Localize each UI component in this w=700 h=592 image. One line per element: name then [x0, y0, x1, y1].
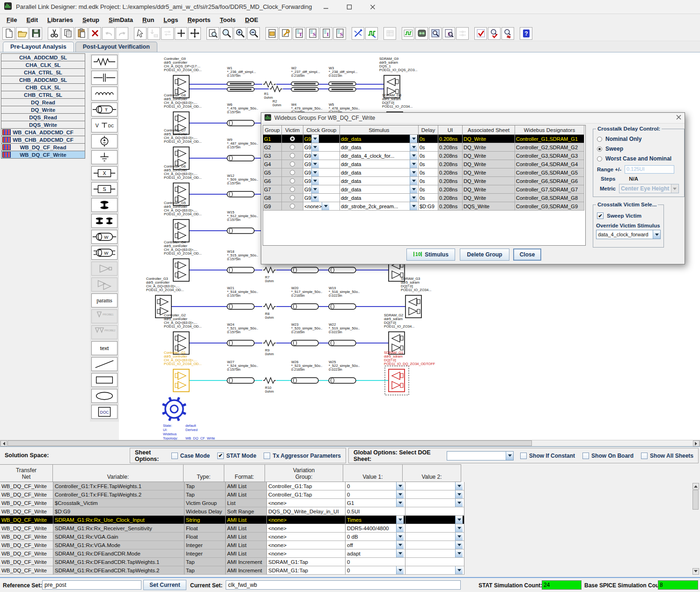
waveform-viewer-button[interactable] [402, 27, 414, 40]
palette-via[interactable] [91, 198, 118, 212]
dialog-close-button[interactable] [676, 115, 681, 121]
widebus-row-G1[interactable]: G1G9ddr_data0s0.208nsDQ_WriteController_… [263, 135, 585, 143]
net-item-wb_dq_cf_read[interactable]: WB_DQ_CF_Read [1, 143, 85, 151]
help-button[interactable]: ? [520, 27, 532, 40]
widebus-row-G6[interactable]: G6G9ddr_data0s0.208nsDQ_WriteController_… [263, 177, 585, 185]
chevron-down-icon[interactable] [311, 152, 319, 160]
check-show-if-constant[interactable]: Show If Constant [520, 453, 575, 459]
net-item-dq_read[interactable]: DQ_Read [1, 98, 85, 106]
chevron-down-icon[interactable] [311, 185, 319, 193]
check-tx-aggressor-parameters[interactable]: Tx Aggressor Parameters [264, 453, 341, 459]
menu-logs[interactable]: Logs [159, 15, 183, 25]
menu-tools[interactable]: Tools [215, 15, 241, 25]
palette-wline-coupled[interactable]: W [91, 246, 118, 260]
delete-group-button[interactable]: Delete Group [460, 248, 509, 261]
radio-icon[interactable] [597, 146, 602, 152]
palette-text[interactable]: text [91, 341, 118, 355]
scroll-thumb[interactable] [7, 440, 532, 446]
chevron-down-icon[interactable] [396, 566, 404, 574]
palette-doc[interactable]: DOC [91, 405, 118, 419]
palette-via-pair[interactable] [91, 214, 118, 228]
chevron-down-icon[interactable] [506, 452, 513, 460]
palette-capacitor[interactable] [91, 71, 118, 85]
chevron-down-icon[interactable] [455, 516, 463, 524]
new-file-button[interactable] [2, 27, 15, 40]
check-case-mode[interactable]: Case Mode [171, 453, 210, 459]
var-row-sdram-g1-rx-vga-gain[interactable]: WB_DQ_CF_WriteSDRAM_G1:Rx:VGA.GainFloatA… [0, 533, 700, 541]
stimulus-button[interactable]: 10 Stimulus [406, 248, 455, 261]
sim-edit-button[interactable] [501, 27, 514, 40]
checkbox-icon[interactable] [520, 453, 527, 459]
chevron-down-icon[interactable] [311, 160, 319, 168]
chevron-down-icon[interactable] [410, 160, 417, 168]
sim-wave-button[interactable] [365, 27, 378, 40]
net-item-dq_write[interactable]: DQ_Write [1, 106, 85, 114]
palette-ellipse[interactable] [91, 389, 118, 403]
chevron-down-icon[interactable] [396, 499, 404, 507]
victim-radio[interactable] [290, 170, 295, 175]
sim-validate-button[interactable] [488, 27, 501, 40]
dialog-close-action-button[interactable]: Close [513, 248, 541, 261]
scroll-left-button[interactable] [0, 440, 7, 446]
check-show-all-sheets[interactable]: Show All Sheets [641, 453, 693, 459]
set-current-button[interactable]: Set Current [143, 580, 186, 590]
doc-T-button[interactable]: T [293, 27, 305, 40]
palette-wline[interactable]: W [91, 230, 118, 244]
chevron-down-icon[interactable] [396, 549, 404, 557]
radio-icon[interactable] [597, 137, 602, 142]
board-viewer-button[interactable] [415, 27, 428, 40]
widebus-row-G3[interactable]: G3G9ddr_data_4_clock_for...0s0.208nsDQ_W… [263, 152, 585, 160]
save-button[interactable] [29, 27, 42, 40]
chevron-down-icon[interactable] [311, 135, 319, 143]
chevron-down-icon[interactable] [396, 533, 404, 541]
net-item-wb_cha_addcmd_cf[interactable]: WB_CHA_ADDCMD_CF [1, 128, 85, 136]
net-item-dqs_write[interactable]: DQS_Write [1, 121, 85, 129]
sheet-properties-button[interactable] [265, 27, 278, 40]
zoom-in-button[interactable] [234, 27, 246, 40]
chevron-down-icon[interactable] [455, 549, 463, 557]
palette-inductor[interactable] [91, 87, 118, 101]
chevron-down-icon[interactable] [410, 202, 417, 210]
sim-setup-button[interactable] [352, 27, 364, 40]
chevron-down-icon[interactable] [455, 524, 463, 532]
reference-set-field[interactable]: pre_post [42, 580, 141, 590]
minimize-button[interactable] [317, 1, 335, 13]
chevron-down-icon[interactable] [455, 541, 463, 549]
var-row--d-g9[interactable]: WB_DQ_CF_Write$D:G9Widebus DelaySoft Ran… [0, 507, 700, 516]
victim-radio[interactable] [290, 187, 295, 192]
chevron-down-icon[interactable] [311, 194, 319, 202]
victim-radio[interactable] [290, 145, 295, 150]
var-row-sdram-g1-rx-dfeandcdr-mode[interactable]: WB_DQ_CF_WriteSDRAM_G1:Rx:DFEandCDR.Mode… [0, 549, 700, 558]
palette-vdc[interactable]: VDC [91, 118, 118, 132]
chevron-down-icon[interactable] [396, 482, 404, 490]
chevron-down-icon[interactable] [410, 152, 417, 160]
current-set-field[interactable]: clk_fwd_wb [226, 580, 461, 590]
menu-simdata[interactable]: SimData [104, 15, 138, 25]
open-file-button[interactable] [16, 27, 29, 40]
net-item-chb_clk_5l[interactable]: CHB_CLK_5L [1, 83, 85, 91]
chevron-down-icon[interactable] [396, 541, 404, 549]
net-item-dqs_read[interactable]: DQS_Read [1, 113, 85, 121]
chevron-down-icon[interactable] [396, 524, 404, 532]
doc-I-button[interactable]: I [320, 27, 332, 40]
net-item-cha_clk_5l[interactable]: CHA_CLK_5L [1, 61, 85, 69]
doe-sheet-select[interactable] [447, 451, 514, 460]
widebus-row-G4[interactable]: G4G9ddr_data0s0.208nsDQ_WriteController_… [263, 160, 585, 168]
net-item-chb_addcmd_5l[interactable]: CHB_ADDCMD_5L [1, 76, 85, 84]
chevron-down-icon[interactable] [311, 177, 319, 185]
chevron-down-icon[interactable] [410, 135, 417, 143]
zoom-button[interactable] [220, 27, 233, 40]
chevron-down-icon[interactable] [396, 490, 404, 498]
explore-blue-button[interactable] [429, 27, 442, 40]
var-row--crosstalk-victim[interactable]: WB_DQ_CF_Write$Crosstalk_VictimVictim Gr… [0, 499, 700, 507]
checkbox-icon[interactable] [264, 453, 270, 459]
checkbox-icon[interactable]: ✔ [217, 453, 224, 459]
chevron-down-icon[interactable] [311, 168, 319, 176]
victim-radio[interactable] [290, 195, 295, 200]
net-item-wb_dq_cf_write[interactable]: WB_DQ_CF_Write [1, 151, 85, 159]
radio-option-nominal-only[interactable]: Nominal Only [597, 136, 680, 142]
maximize-button[interactable] [340, 1, 359, 13]
tab-pre-layout-analysis[interactable]: Pre-Layout Analysis [3, 42, 74, 52]
close-button[interactable] [363, 1, 382, 13]
palette-ground[interactable] [91, 150, 118, 164]
